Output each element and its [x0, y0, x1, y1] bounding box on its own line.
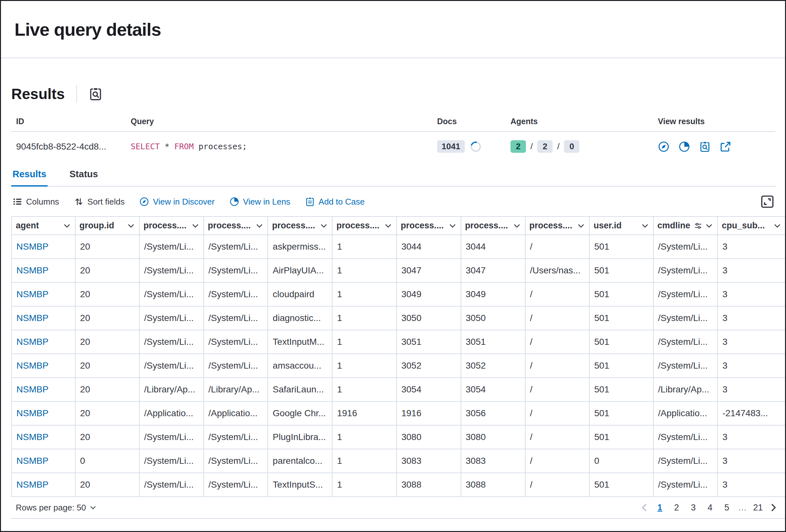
discover-icon[interactable] — [658, 141, 669, 152]
open-in-new-icon[interactable] — [720, 141, 731, 152]
cell-agent: NSMBP — [11, 402, 75, 425]
column-header-process-2[interactable]: process.... — [204, 216, 268, 235]
pagination-page-5[interactable]: 5 — [720, 502, 734, 514]
chevron-down-icon[interactable] — [448, 222, 457, 230]
cell-process-2: /System/Li... — [204, 235, 268, 259]
columns-label: Columns — [26, 197, 59, 207]
column-header-cmdline[interactable]: cmdline — [653, 216, 718, 235]
column-header-process-5[interactable]: process.... — [396, 216, 461, 235]
cell-process-6: 3047 — [461, 259, 525, 283]
cell-cpu-subtype: 3 — [717, 449, 786, 473]
cell-process-4: 1 — [332, 449, 396, 473]
cell-process-3: PlugInLibra... — [268, 425, 332, 449]
agent-link[interactable]: NSMBP — [17, 289, 49, 299]
agent-link[interactable]: NSMBP — [17, 480, 49, 489]
column-header-process-7[interactable]: process.... — [525, 216, 590, 235]
agent-link[interactable]: NSMBP — [17, 432, 49, 442]
pagination-page-3[interactable]: 3 — [687, 502, 700, 514]
column-header-process-3[interactable]: process.... — [268, 216, 332, 235]
column-header-process-6[interactable]: process.... — [461, 216, 525, 235]
tab-status[interactable]: Status — [68, 164, 99, 186]
chevron-down-icon[interactable] — [641, 222, 649, 230]
view-in-lens-button[interactable]: View in Lens — [230, 197, 290, 207]
cell-process-4: 1 — [332, 473, 396, 497]
pagination-page-21[interactable]: 21 — [751, 502, 765, 514]
previous-page-icon[interactable] — [639, 502, 650, 513]
chevron-down-icon[interactable] — [773, 222, 782, 230]
chevron-down-icon[interactable] — [513, 222, 521, 230]
cell-cpu-subtype: 3 — [717, 306, 786, 330]
cell-process-7: / — [525, 402, 590, 425]
column-header-label: process.... — [143, 221, 189, 231]
column-header-cpu-subtype[interactable]: cpu_sub... — [717, 216, 786, 235]
grid-toolbar: Columns Sort fields View in Discover Vie… — [11, 187, 776, 216]
results-data-grid: agentgroup.idprocess....process....proce… — [11, 216, 786, 497]
chevron-down-icon[interactable] — [320, 222, 328, 230]
cell-process-6: 3088 — [461, 473, 525, 497]
table-row: NSMBP20/System/Li.../System/Li...askperm… — [11, 235, 786, 259]
agents-separator: / — [530, 142, 533, 151]
chevron-down-icon[interactable] — [705, 222, 713, 230]
pagination-page-2[interactable]: 2 — [670, 502, 683, 514]
cell-process-4: 1 — [332, 354, 396, 378]
fullscreen-icon[interactable] — [760, 194, 775, 209]
results-heading: Results — [11, 85, 65, 103]
page-header: Live query details — [1, 1, 785, 58]
cell-group-id: 20 — [75, 259, 139, 283]
agent-link[interactable]: NSMBP — [17, 313, 49, 323]
column-header-process-4[interactable]: process.... — [332, 216, 396, 235]
chevron-down-icon[interactable] — [127, 222, 135, 230]
table-header-row: agentgroup.idprocess....process....proce… — [11, 216, 786, 235]
chevron-down-icon[interactable] — [577, 222, 585, 230]
inspect-icon[interactable] — [699, 141, 711, 152]
cell-process-6: 3056 — [461, 402, 525, 425]
table-row: NSMBP0/System/Li.../System/Li...parental… — [11, 449, 786, 473]
chevron-down-icon — [89, 504, 97, 511]
column-header-label: process.... — [208, 221, 253, 231]
column-header-agent[interactable]: agent — [11, 216, 75, 235]
next-page-icon[interactable] — [768, 502, 779, 513]
chevron-down-icon[interactable] — [63, 222, 71, 230]
view-in-discover-button[interactable]: View in Discover — [139, 197, 215, 207]
cell-agent: NSMBP — [11, 354, 75, 378]
column-actions-icon[interactable] — [694, 222, 702, 230]
sql-query: SELECT * FROM processes; — [131, 142, 247, 151]
pagination-page-1[interactable]: 1 — [653, 502, 667, 514]
cell-cpu-subtype: 3 — [717, 378, 786, 402]
cell-process-1: /Library/Ap... — [139, 378, 204, 402]
inspect-icon[interactable] — [89, 87, 103, 101]
agent-link[interactable]: NSMBP — [17, 265, 49, 275]
pagination-page-4[interactable]: 4 — [703, 502, 717, 514]
table-row: NSMBP20/System/Li.../System/Li...AirPlay… — [11, 259, 786, 283]
summary-header-query: Query — [126, 117, 432, 126]
results-heading-row: Results — [11, 85, 785, 103]
column-header-group-id[interactable]: group.id — [75, 216, 139, 235]
cell-process-6: 3049 — [461, 283, 525, 306]
cell-agent: NSMBP — [11, 306, 75, 330]
column-header-process-1[interactable]: process.... — [139, 216, 204, 235]
agent-link[interactable]: NSMBP — [17, 337, 49, 347]
columns-button[interactable]: Columns — [13, 197, 59, 207]
lens-icon[interactable] — [678, 141, 690, 152]
chevron-down-icon[interactable] — [255, 222, 263, 230]
agent-link[interactable]: NSMBP — [17, 242, 49, 251]
chevron-down-icon[interactable] — [384, 222, 392, 230]
cell-user-id: 501 — [590, 259, 653, 283]
chevron-down-icon[interactable] — [191, 222, 200, 230]
tab-results[interactable]: Results — [11, 164, 48, 186]
agent-link[interactable]: NSMBP — [17, 384, 49, 394]
cell-process-6: 3051 — [461, 330, 525, 354]
table-row: NSMBP20/System/Li.../System/Li...PlugInL… — [11, 425, 786, 449]
cell-process-4: 1 — [332, 330, 396, 354]
rows-per-page-button[interactable]: Rows per page: 50 — [16, 503, 97, 513]
column-header-user-id[interactable]: user.id — [590, 216, 653, 235]
add-to-case-button[interactable]: Add to Case — [305, 197, 365, 207]
agent-link[interactable]: NSMBP — [17, 408, 49, 418]
agent-link[interactable]: NSMBP — [17, 361, 49, 370]
cell-agent: NSMBP — [11, 283, 75, 306]
cell-user-id: 501 — [590, 235, 653, 259]
sort-fields-button[interactable]: Sort fields — [74, 197, 125, 207]
cell-process-7: / — [525, 425, 590, 449]
agent-link[interactable]: NSMBP — [17, 456, 49, 466]
cell-group-id: 20 — [75, 402, 139, 425]
